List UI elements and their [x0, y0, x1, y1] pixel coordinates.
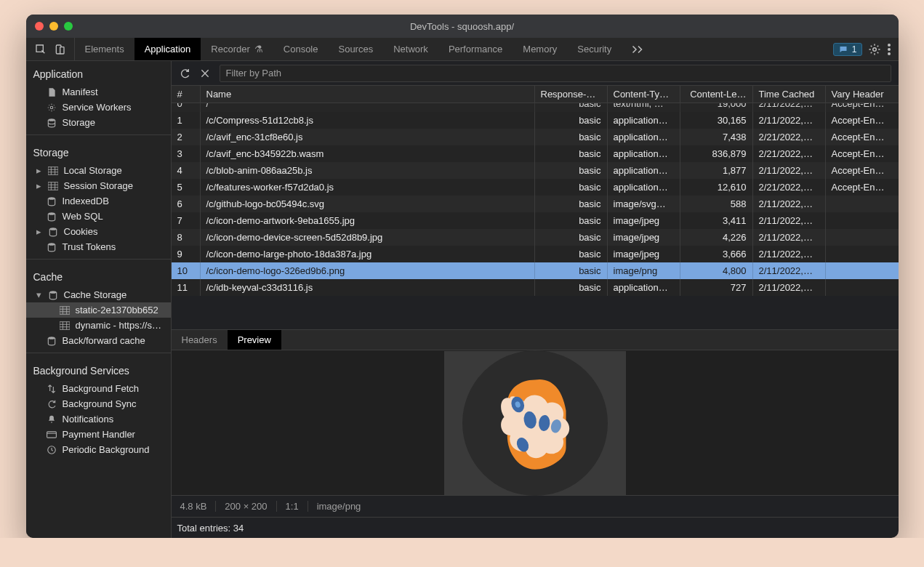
table-row[interactable]: 10/c/icon-demo-logo-326ed9b6.pngbasicima…	[172, 262, 899, 279]
tab-elements[interactable]: Elements	[75, 38, 134, 60]
table-cell: 30,165	[680, 112, 753, 129]
sidebar-item-label: Trust Tokens	[63, 241, 116, 252]
filter-input[interactable]: Filter by Path	[220, 65, 891, 82]
issues-button[interactable]: 1	[833, 43, 862, 56]
table-cell: 5	[172, 179, 201, 196]
footer: Total entries: 34	[172, 518, 899, 538]
table-row[interactable]: 11/c/idb-keyval-c33d3116.jsbasicapplicat…	[172, 279, 899, 296]
table-cell: 4,226	[680, 229, 753, 246]
table-cell: application…	[608, 162, 680, 179]
tab-memory[interactable]: Memory	[513, 38, 567, 60]
sidebar-item-notifications[interactable]: Notifications	[26, 411, 171, 427]
sidebar-item-trust-tokens[interactable]: Trust Tokens	[26, 239, 171, 254]
kebab-menu-icon[interactable]	[887, 43, 891, 56]
sidebar-item-label: Session Storage	[64, 180, 133, 191]
sidebar-item-storage-app[interactable]: Storage	[26, 115, 171, 130]
total-entries: Total entries: 34	[177, 523, 244, 534]
table-cell: 2/11/2022,…	[753, 279, 826, 296]
th-vary-header[interactable]: Vary Header	[826, 86, 899, 102]
devtools-window: DevTools - squoosh.app/ Elements Applica…	[26, 15, 899, 538]
table-cell: 2	[172, 129, 201, 145]
table-row[interactable]: 7/c/icon-demo-artwork-9eba1655.jpgbasici…	[172, 212, 899, 229]
refresh-icon[interactable]	[179, 68, 190, 79]
th-content-length[interactable]: Content-Le…	[680, 86, 753, 102]
main-area: Filter by Path # Name Response-… Content…	[172, 61, 899, 538]
table-cell	[826, 246, 899, 262]
table-cell: 2/11/2022,…	[753, 262, 826, 279]
table-row[interactable]: 5/c/features-worker-f57d2da0.jsbasicappl…	[172, 179, 899, 196]
sidebar-item-cache-storage[interactable]: ▾Cache Storage	[26, 287, 171, 302]
svg-rect-18	[47, 431, 56, 437]
preview-tab-preview[interactable]: Preview	[228, 330, 281, 350]
table-cell: 2/11/2022,…	[753, 112, 826, 129]
preview-tab-headers[interactable]: Headers	[172, 330, 228, 350]
table-row[interactable]: 2/c/avif_enc-31cf8e60.jsbasicapplication…	[172, 129, 899, 145]
sidebar-item-session-storage[interactable]: ▸Session Storage	[26, 178, 171, 193]
sidebar-item-cookies[interactable]: ▸Cookies	[26, 224, 171, 239]
table-cell: 588	[680, 196, 753, 212]
sidebar-item-periodic-bg[interactable]: Periodic Background	[26, 442, 171, 457]
tab-security[interactable]: Security	[567, 38, 622, 60]
tab-sources[interactable]: Sources	[328, 38, 383, 60]
tab-console[interactable]: Console	[273, 38, 329, 60]
table-cell: /c/avif_enc-b345922b.wasm	[201, 145, 535, 162]
table-cell: Accept-En…	[826, 129, 899, 145]
table-cell: 7,438	[680, 129, 753, 145]
table-row[interactable]: 0/basictext/html, …19,0002/11/2022,…Acce…	[172, 103, 899, 112]
th-response-type[interactable]: Response-…	[535, 86, 608, 102]
chevron-double-right-icon	[632, 44, 645, 55]
preview-tabs: Headers Preview	[172, 329, 899, 350]
table-row[interactable]: 3/c/avif_enc-b345922b.wasmbasicapplicati…	[172, 145, 899, 162]
sidebar-item-payment[interactable]: Payment Handler	[26, 427, 171, 442]
table-row[interactable]: 8/c/icon-demo-device-screen-5d52d8b9.jpg…	[172, 229, 899, 246]
svg-point-6	[50, 106, 53, 109]
svg-rect-15	[60, 306, 70, 314]
table-body[interactable]: 0/basictext/html, …19,0002/11/2022,…Acce…	[172, 103, 899, 296]
th-content-type[interactable]: Content-Typ…	[608, 86, 680, 102]
database-icon	[48, 290, 58, 300]
more-tabs[interactable]	[622, 38, 655, 60]
sidebar-item-local-storage[interactable]: ▸Local Storage	[26, 163, 171, 178]
table-cell: image/svg…	[608, 196, 680, 212]
table-cell: /c/icon-demo-device-screen-5d52d8b9.jpg	[201, 229, 535, 246]
table-cell: 1,877	[680, 162, 753, 179]
tab-recorder[interactable]: Recorder⚗	[201, 38, 273, 60]
sidebar-item-cache-static[interactable]: static-2e1370bb652	[26, 302, 171, 318]
inspect-icon[interactable]	[35, 44, 47, 55]
cache-toolbar: Filter by Path	[172, 61, 899, 86]
table-row[interactable]: 1/c/Compress-51d12cb8.jsbasicapplication…	[172, 112, 899, 129]
sidebar-item-manifest[interactable]: Manifest	[26, 84, 171, 100]
svg-rect-1	[60, 47, 63, 53]
table-cell: basic	[535, 279, 608, 296]
tab-application[interactable]: Application	[134, 38, 201, 60]
th-index[interactable]: #	[172, 86, 201, 102]
sidebar-item-bg-fetch[interactable]: Background Fetch	[26, 381, 171, 396]
file-icon	[47, 87, 57, 97]
sidebar-item-bg-sync[interactable]: Background Sync	[26, 396, 171, 411]
table-cell: 2/11/2022,…	[753, 162, 826, 179]
table-cell: 2/11/2022,…	[753, 103, 826, 112]
sidebar-item-websql[interactable]: Web SQL	[26, 209, 171, 224]
grid-icon	[48, 166, 58, 176]
th-name[interactable]: Name	[201, 86, 535, 102]
table-cell: basic	[535, 196, 608, 212]
table-row[interactable]: 9/c/icon-demo-large-photo-18da387a.jpgba…	[172, 246, 899, 262]
sidebar-item-service-workers[interactable]: Service Workers	[26, 100, 171, 115]
sidebar-item-label: Local Storage	[64, 165, 122, 176]
close-icon[interactable]	[199, 68, 211, 79]
tab-performance[interactable]: Performance	[438, 38, 513, 60]
status-dimensions: 200 × 200	[216, 501, 276, 512]
twisty-icon: ▾	[36, 289, 42, 300]
sidebar-item-indexeddb[interactable]: IndexedDB	[26, 193, 171, 209]
tab-network[interactable]: Network	[383, 38, 438, 60]
sidebar-item-bfcache[interactable]: Back/forward cache	[26, 333, 171, 348]
table-cell: 1	[172, 112, 201, 129]
table-row[interactable]: 4/c/blob-anim-086aa25b.jsbasicapplicatio…	[172, 162, 899, 179]
svg-point-17	[48, 337, 55, 339]
device-toggle-icon[interactable]	[54, 44, 65, 55]
sidebar-item-label: Cookies	[64, 226, 98, 237]
table-row[interactable]: 6/c/github-logo-bc05494c.svgbasicimage/s…	[172, 196, 899, 212]
settings-icon[interactable]	[868, 43, 881, 56]
sidebar-item-cache-dynamic[interactable]: dynamic - https://s…	[26, 318, 171, 333]
th-time-cached[interactable]: Time Cached	[753, 86, 826, 102]
